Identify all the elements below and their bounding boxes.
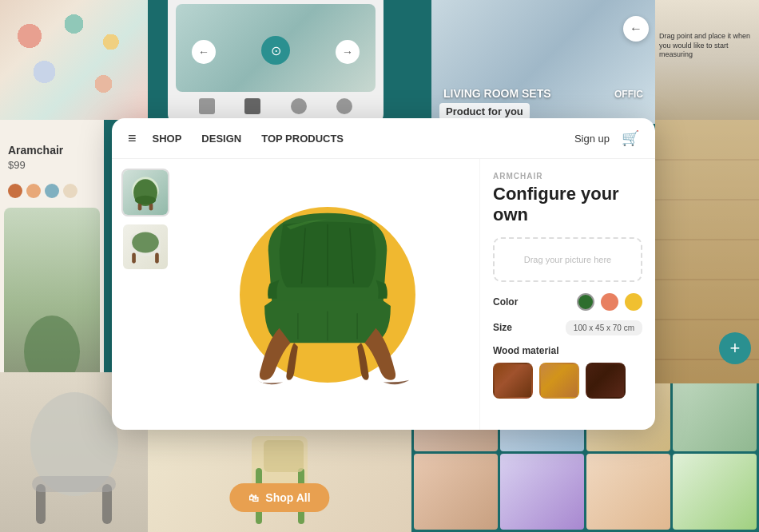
phone-arrow-right-icon: → [336,40,360,64]
phone-scanner-icon: ⊙ [261,36,290,65]
color-config-row: Color [493,293,642,311]
svg-rect-21 [149,203,153,210]
product-for-you-label: Product for you [439,103,530,120]
wood-material-label: Wood material [493,345,642,356]
wood-ebony[interactable] [586,363,626,399]
thumbnail-1[interactable] [121,169,169,216]
wood-dark-walnut[interactable] [493,363,533,399]
wood-options [493,363,642,399]
product-thumbnails [112,159,176,430]
signup-link[interactable]: Sign up [574,133,610,145]
swatch-orange [8,184,22,198]
product-category-label: ARMCHAIR [493,172,642,181]
phone-nav-user [336,98,352,114]
navigation-bar: ≡ SHOP DESIGN TOP PRODUCTS Sign up 🛒 [112,118,655,159]
nav-right-section: Sign up 🛒 [574,129,639,147]
size-label: Size [493,322,512,333]
wood-material-section: Wood material [493,345,642,399]
color-green[interactable] [577,293,594,311]
size-config-row: Size 100 x 45 x 70 cm [493,320,642,335]
color-options [577,293,642,311]
collage-item-8 [673,454,757,530]
swatch-blue [45,184,59,198]
svg-rect-25 [132,253,136,264]
bg-swatches-area [0,0,148,120]
svg-rect-10 [264,440,304,472]
product-image-area [176,159,479,430]
nav-design-link[interactable]: DESIGN [201,133,241,145]
card-body: ARMCHAIR Configure your own Drag your pi… [112,159,655,430]
phone-arrow-left-icon: ← [192,40,216,64]
svg-rect-20 [138,203,142,210]
drag-prompt-text: Drag your picture here [503,255,633,264]
phone-nav-heart [291,98,307,114]
product-chair-image [224,191,431,399]
shop-all-button[interactable]: 🛍 Shop All [229,483,329,512]
svg-point-22 [135,196,156,204]
back-arrow-btn[interactable]: ← [623,16,649,42]
nav-top-products-link[interactable]: TOP PRODUCTS [261,133,344,145]
svg-rect-26 [155,253,159,264]
color-yellow[interactable] [625,293,642,311]
living-room-label: LIVING ROOM SETS [443,87,551,100]
phone-nav-home [199,98,215,114]
nav-links: SHOP DESIGN TOP PRODUCTS [153,133,558,145]
shop-all-label: Shop All [265,491,310,504]
swatch-peach [26,184,41,198]
bg-phone-mockup: ← ⊙ → [168,0,383,124]
plus-button[interactable]: + [719,332,751,364]
collage-item-7 [586,454,670,530]
thumbnail-2[interactable] [121,223,169,271]
nav-shop-link[interactable]: SHOP [153,133,182,145]
color-coral[interactable] [601,293,618,311]
drag-drop-zone[interactable]: Drag your picture here [493,237,642,282]
bg-living-room-banner: LIVING ROOM SETS OFFIC Product for you [431,0,655,124]
svg-rect-6 [32,476,116,492]
phone-nav-grid [244,98,260,114]
svg-point-24 [132,232,159,252]
left-product-price: $99 [8,159,63,171]
cart-icon[interactable]: 🛒 [622,129,639,147]
room-measuring-text: Drag point and place it when you would l… [659,32,755,60]
bg-left-product-info: Aramchair $99 [0,120,104,407]
hamburger-menu-icon[interactable]: ≡ [128,130,137,147]
shop-icon: 🛍 [248,492,259,504]
left-product-name: Aramchair [8,144,63,157]
collage-item-5 [414,454,498,530]
office-label: OFFIC [614,89,643,100]
swatch-cream [63,184,77,198]
collage-item-6 [500,454,584,530]
collage-item-4 [673,375,757,451]
product-card: ≡ SHOP DESIGN TOP PRODUCTS Sign up 🛒 [112,118,655,430]
config-panel: ARMCHAIR Configure your own Drag your pi… [479,159,655,430]
color-label: Color [493,296,518,308]
size-value: 100 x 45 x 70 cm [566,320,642,335]
config-title: Configure your own [493,184,642,226]
bg-room-right-photo: Drag point and place it when you would l… [655,0,759,124]
wood-light-oak[interactable] [539,363,579,399]
